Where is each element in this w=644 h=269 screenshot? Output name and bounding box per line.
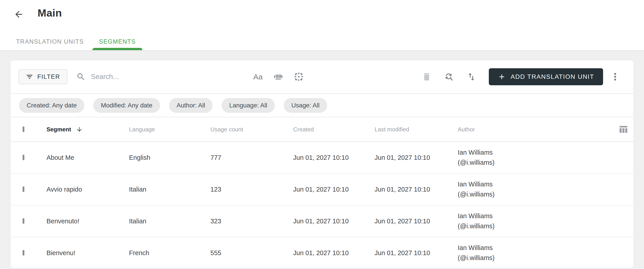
author-handle: (@i.williams) [458,158,604,168]
column-header-segment[interactable]: Segment [46,126,129,133]
table-columns-icon [618,124,628,135]
last-modified-cell: Jun 01, 2027 10:10 [374,217,458,225]
row-checkbox[interactable] [22,156,46,160]
filter-chip-created[interactable]: Created: Any date [19,98,84,113]
author-name: Ian Williams [458,179,604,189]
usage-count-cell: 555 [210,249,293,257]
add-translation-unit-button[interactable]: ADD TRANSLATION UNIT [489,68,603,85]
table-row[interactable]: Avvio rapido Italian 123 Jun 01, 2027 10… [10,174,634,205]
usage-count-cell: 323 [210,217,293,225]
tab-segments[interactable]: SEGMENTS [92,33,142,50]
sort-order-button[interactable] [466,71,477,83]
column-header-usage-count[interactable]: Usage count [210,126,293,133]
column-header-created[interactable]: Created [293,126,374,133]
tab-label: SEGMENTS [99,38,136,45]
author-handle: (@i.williams) [458,253,604,263]
checkbox-icon [22,155,24,160]
kebab-menu-icon [610,72,620,82]
page-title: Main [38,7,62,19]
column-settings-button[interactable] [618,123,630,135]
author-handle: (@i.williams) [458,221,604,231]
last-modified-cell: Jun 01, 2027 10:10 [374,154,458,161]
filter-chip-label: Created: Any date [26,102,77,109]
filter-chip-label: Language: All [229,102,267,109]
filter-chip-label: Usage: All [291,102,320,109]
find-replace-button[interactable] [443,71,455,83]
last-modified-cell: Jun 01, 2027 10:10 [374,249,458,257]
toolbar: FILTER Aa [10,60,634,94]
usage-count-cell: 123 [210,186,293,193]
search-box [76,72,248,82]
selection-frame-icon [294,72,304,82]
segments-page: Main TRANSLATION UNITS SEGMENTS FILTER [0,0,644,269]
add-translation-unit-label: ADD TRANSLATION UNIT [511,73,594,80]
filter-chip-modified[interactable]: Modified: Any date [93,98,160,113]
table-header-row: Segment Language Usage count Created Las… [10,117,634,142]
checkbox-icon [22,186,24,192]
segment-cell: Benvenuto! [46,217,129,225]
table-row[interactable]: About Me English 777 Jun 01, 2027 10:10 … [10,142,634,174]
segment-cell: Avvio rapido [46,186,129,193]
find-replace-icon [444,72,454,82]
tab-translation-units[interactable]: TRANSLATION UNITS [10,33,90,50]
author-cell: Ian Williams (@i.williams) [458,243,609,263]
filter-chip-label: Modified: Any date [101,102,152,109]
back-button[interactable] [13,9,24,20]
match-case-icon: Aa [253,73,263,81]
usage-count-cell: 777 [210,154,293,161]
author-cell: Ian Williams (@i.williams) [458,147,609,168]
whole-word-button[interactable] [272,71,284,83]
trash-icon [422,72,432,82]
checkbox-icon [22,250,24,255]
language-cell: Italian [129,186,210,193]
filter-icon [26,73,33,81]
author-handle: (@i.williams) [458,189,604,199]
table-row[interactable]: Bienvenu! French 555 Jun 01, 2027 10:10 … [10,237,634,268]
filter-chip-language[interactable]: Language: All [222,98,275,113]
filter-chip-label: Author: All [177,102,205,109]
swap-vert-icon [466,72,476,82]
author-cell: Ian Williams (@i.williams) [458,211,609,231]
created-cell: Jun 01, 2027 10:10 [293,186,374,193]
delete-button[interactable] [421,71,432,83]
column-header-author[interactable]: Author [458,126,609,133]
column-header-language[interactable]: Language [129,126,210,133]
page-header: Main TRANSLATION UNITS SEGMENTS [0,0,644,50]
active-tab-underline [92,48,142,50]
checkbox-icon [22,126,24,132]
created-cell: Jun 01, 2027 10:10 [293,217,374,225]
match-case-button[interactable]: Aa [252,72,264,82]
language-cell: Italian [129,217,210,225]
filter-chip-row: Created: Any dateModified: Any dateAutho… [10,94,634,117]
search-icon [76,72,86,82]
row-checkbox[interactable] [22,219,46,223]
filter-chip-usage[interactable]: Usage: All [284,98,327,113]
table-row[interactable]: Benvenuto! Italian 323 Jun 01, 2027 10:1… [10,205,634,237]
more-options-button[interactable] [609,71,621,83]
barcode-icon [273,72,283,82]
search-input[interactable] [90,73,248,81]
row-checkbox[interactable] [22,251,46,255]
tab-bar: TRANSLATION UNITS SEGMENTS [10,33,142,50]
select-all-checkbox[interactable] [22,127,46,131]
author-name: Ian Williams [458,147,604,158]
language-cell: English [129,154,210,161]
author-name: Ian Williams [458,211,604,221]
row-checkbox[interactable] [22,187,46,191]
column-header-last-modified[interactable]: Last modified [374,126,458,133]
language-cell: French [129,249,210,257]
last-modified-cell: Jun 01, 2027 10:10 [374,186,458,193]
author-name: Ian Williams [458,243,604,253]
created-cell: Jun 01, 2027 10:10 [293,154,374,161]
author-cell: Ian Williams (@i.williams) [458,179,609,199]
checkbox-icon [22,218,24,224]
filter-button[interactable]: FILTER [18,69,67,84]
created-cell: Jun 01, 2027 10:10 [293,249,374,257]
sort-descending-icon [76,126,83,133]
main-area: FILTER Aa [0,50,644,269]
filter-chip-author[interactable]: Author: All [169,98,213,113]
segments-card: FILTER Aa [10,60,634,268]
segment-cell: About Me [46,154,129,161]
regex-selector-button[interactable] [293,71,304,83]
filter-button-label: FILTER [37,73,60,80]
